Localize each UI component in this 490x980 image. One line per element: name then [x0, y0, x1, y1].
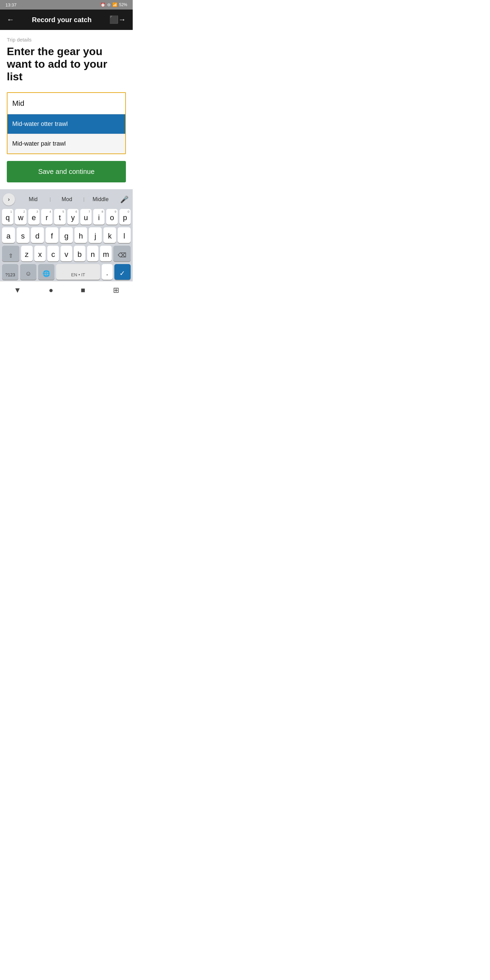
dropdown-item-1[interactable]: Mid-water pair trawl — [8, 134, 125, 153]
key-g[interactable]: g — [60, 227, 73, 243]
key-d[interactable]: d — [31, 227, 44, 243]
nav-bar: ← Record your catch ⬛→ — [0, 10, 133, 30]
key-l[interactable]: l — [118, 227, 130, 243]
key-j[interactable]: j — [89, 227, 102, 243]
key-s[interactable]: s — [17, 227, 30, 243]
status-bar: 13:37 ⏰ ⊖ 📶 52% — [0, 0, 133, 10]
key-row-3: ⇧ z x c v b n m ⌫ — [2, 246, 130, 261]
nav-home-gesture[interactable]: ● — [49, 286, 53, 295]
alarm-icon: ⏰ — [100, 2, 105, 7]
status-icons: ⏰ ⊖ 📶 52% — [100, 2, 127, 7]
key-u[interactable]: 7u — [80, 209, 92, 224]
dropdown-item-0[interactable]: Mid-water otter trawl — [8, 115, 125, 134]
export-button[interactable]: ⬛→ — [109, 15, 126, 24]
gear-input-dropdown: Mid-water otter trawl Mid-water pair tra… — [7, 92, 126, 154]
key-c[interactable]: c — [47, 246, 59, 261]
key-backspace[interactable]: ⌫ — [113, 246, 130, 261]
key-k[interactable]: k — [103, 227, 116, 243]
nav-back-gesture[interactable]: ▼ — [14, 286, 21, 295]
key-globe[interactable]: 🌐 — [38, 264, 54, 280]
key-w[interactable]: 2w — [15, 209, 26, 224]
key-v[interactable]: v — [60, 246, 72, 261]
minus-circle-icon: ⊖ — [107, 2, 111, 7]
key-n[interactable]: n — [87, 246, 99, 261]
suggestions-expand-button[interactable]: › — [3, 193, 15, 205]
key-row-2: a s d f g h j k l — [2, 227, 130, 243]
status-time: 13:37 — [5, 2, 17, 8]
key-a[interactable]: a — [2, 227, 15, 243]
suggestion-mid[interactable]: Mid — [16, 195, 50, 204]
suggestions-row: › Mid Mod Middle 🎤 — [2, 192, 131, 207]
key-h[interactable]: h — [75, 227, 88, 243]
key-r[interactable]: 4r — [41, 209, 52, 224]
key-rows: 1q 2w 3e 4r 5t 6y 7u 8i 9o 0p a s d f g … — [2, 209, 131, 280]
gear-text-input[interactable] — [8, 93, 125, 114]
key-y[interactable]: 6y — [67, 209, 79, 224]
mic-icon[interactable]: 🎤 — [118, 195, 131, 204]
key-q[interactable]: 1q — [2, 209, 13, 224]
key-t[interactable]: 5t — [54, 209, 65, 224]
key-confirm[interactable]: ✓ — [115, 264, 130, 280]
save-continue-button[interactable]: Save and continue — [7, 161, 126, 182]
page-heading: Enter the gear you want to add to your l… — [7, 45, 126, 83]
key-f[interactable]: f — [46, 227, 59, 243]
nav-gesture-bar: ▼ ● ■ ⊞ — [0, 281, 133, 299]
key-shift[interactable]: ⇧ — [2, 246, 19, 261]
key-space[interactable]: EN • IT — [56, 264, 100, 280]
main-content: Trip details Enter the gear you want to … — [0, 30, 133, 189]
suggestion-mod[interactable]: Mod — [50, 195, 84, 204]
key-p[interactable]: 0p — [119, 209, 130, 224]
key-numbers[interactable]: ?123 — [2, 264, 18, 280]
section-label: Trip details — [7, 37, 126, 43]
dropdown-list: Mid-water otter trawl Mid-water pair tra… — [8, 114, 125, 153]
key-b[interactable]: b — [74, 246, 86, 261]
key-dot[interactable]: . — [102, 264, 113, 280]
key-emoji[interactable]: ☺ — [20, 264, 37, 280]
nav-keyboard-gesture[interactable]: ⊞ — [113, 286, 119, 295]
signal-icon: 📶 — [112, 2, 118, 7]
key-row-4: ?123 ☺ 🌐 EN • IT . ✓ — [2, 264, 130, 280]
nav-recents-gesture[interactable]: ■ — [81, 286, 85, 295]
key-e[interactable]: 3e — [28, 209, 40, 224]
keyboard-area: › Mid Mod Middle 🎤 1q 2w 3e 4r 5t 6y 7u … — [0, 189, 133, 281]
key-m[interactable]: m — [100, 246, 111, 261]
key-i[interactable]: 8i — [93, 209, 105, 224]
back-button[interactable]: ← — [7, 15, 14, 24]
suggestion-middle[interactable]: Middle — [84, 195, 118, 204]
key-x[interactable]: x — [34, 246, 46, 261]
page-title: Record your catch — [32, 16, 92, 24]
key-row-1: 1q 2w 3e 4r 5t 6y 7u 8i 9o 0p — [2, 209, 130, 224]
key-o[interactable]: 9o — [106, 209, 118, 224]
key-z[interactable]: z — [21, 246, 33, 261]
battery-icon: 52% — [119, 2, 127, 7]
